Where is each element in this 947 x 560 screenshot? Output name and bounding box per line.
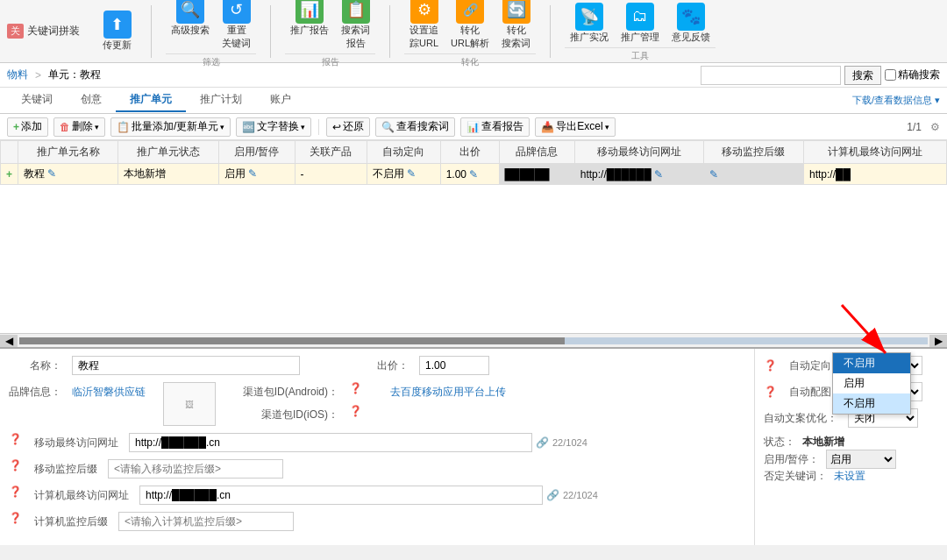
edit-mobile-url-icon[interactable]: ✎ — [654, 168, 663, 181]
dropdown-opt-disabled2[interactable]: 不启用 — [833, 393, 910, 414]
batch-add-button[interactable]: 📋 批量添加/更新单元 ▾ — [110, 117, 231, 137]
hscroll-track[interactable] — [19, 337, 928, 344]
restore-icon: ↩ — [332, 121, 341, 133]
tab-account[interactable]: 账户 — [256, 89, 305, 112]
mobile-url-link-icon[interactable]: 🔗 — [536, 436, 549, 449]
mobile-suffix-input[interactable] — [108, 459, 283, 478]
view-report-button[interactable]: 📊 查看报告 — [460, 117, 530, 137]
mobile-suffix-label: 移动监控后缀 — [34, 459, 97, 478]
search-input[interactable] — [701, 66, 841, 85]
promo-realtime-btn[interactable]: 📡 推广实况 — [565, 1, 614, 46]
add-button[interactable]: + 添加 — [7, 117, 48, 137]
col-name: 推广单元名称 — [18, 141, 118, 164]
restore-button[interactable]: ↩ 还原 — [326, 117, 370, 137]
arrow-svg — [833, 296, 903, 366]
mobile-url-help-icon[interactable]: ❓ — [9, 433, 22, 445]
mobile-suffix-help-icon[interactable]: ❓ — [9, 459, 22, 471]
upload-to-baidu[interactable]: 去百度移动应用平台上传 — [390, 382, 506, 401]
tab-promo-unit[interactable]: 推广单元 — [116, 89, 186, 112]
tab-keyword[interactable]: 关键词 — [7, 89, 67, 112]
download-link[interactable]: 下载/查看数据信息 ▾ — [852, 94, 940, 107]
convert-search-icon: 🔄 — [502, 0, 530, 24]
search-button[interactable]: 搜索 — [844, 66, 881, 85]
convert-url-btn[interactable]: 🔗 转化URL解析 — [445, 0, 495, 52]
edit-bid-icon[interactable]: ✎ — [469, 168, 478, 181]
tab-promo-plan[interactable]: 推广计划 — [186, 89, 256, 112]
col-check — [1, 141, 18, 164]
sep4 — [550, 5, 551, 58]
pc-url-label: 计算机最终访问网址 — [34, 486, 129, 505]
delete-arrow: ▾ — [95, 123, 99, 131]
auto-config-help-icon[interactable]: ❓ — [764, 386, 777, 398]
export-excel-label: 导出Excel — [556, 119, 602, 134]
sep3 — [389, 5, 390, 58]
precise-checkbox-input[interactable] — [885, 69, 896, 81]
col-auto-target: 自动定向 — [367, 141, 440, 164]
channel-android-row: 渠道包ID(Android)： ❓ — [233, 382, 362, 401]
enable-select[interactable]: 启用 暂停 — [826, 450, 896, 469]
hscroll-right[interactable]: ▶ — [929, 335, 947, 347]
view-search-button[interactable]: 🔍 查看搜索词 — [375, 117, 455, 137]
sep2 — [270, 5, 271, 58]
edit-mobile-suffix-icon[interactable]: ✎ — [709, 168, 718, 181]
pc-suffix-input[interactable] — [118, 512, 294, 531]
pc-url-link-icon[interactable]: 🔗 — [546, 489, 559, 501]
set-trace-url-btn[interactable]: ⚙ 设置追踪URL — [404, 0, 444, 52]
feedback-btn[interactable]: 🐾 意见反馈 — [666, 1, 716, 46]
enable-row: 启用/暂停： 启用 暂停 — [764, 450, 938, 469]
export-excel-button[interactable]: 📥 导出Excel ▾ — [535, 117, 615, 137]
hscroll-left[interactable]: ◀ — [0, 335, 18, 347]
dropdown-opt-enabled[interactable]: 启用 — [833, 373, 910, 393]
mobile-url-count: 22/1024 — [552, 437, 587, 448]
edit-name-icon[interactable]: ✎ — [47, 167, 56, 180]
tools-group-label: 工具 — [565, 47, 716, 62]
breadcrumb-sep: > — [35, 69, 41, 82]
toolbar-group-report: 📊 推广报告 📋 搜索词报告 报告 — [285, 0, 375, 68]
hscroll-bar[interactable]: ◀ ▶ — [0, 333, 947, 347]
name-input[interactable] — [72, 356, 300, 375]
bottom-area: 名称： 出价： 品牌信息： 临沂智磐供应链 🖼 渠道包ID(Android)： … — [0, 347, 947, 545]
table-row[interactable]: + 教程 ✎ 本地新增 启用 ✎ - 不启用 ✎ 1.00 ✎ ██ — [1, 164, 947, 185]
batch-add-icon: 📋 — [117, 121, 130, 133]
add-icon: + — [13, 121, 19, 133]
pc-suffix-help-icon[interactable]: ❓ — [9, 512, 22, 524]
pc-url-input[interactable] — [139, 486, 543, 505]
advanced-search-btn[interactable]: 🔍 高级搜索 — [166, 0, 215, 52]
upload-btn[interactable]: ⬆ 传更新 — [97, 9, 137, 53]
tab-creative[interactable]: 创意 — [67, 89, 116, 112]
advanced-search-icon: 🔍 — [176, 0, 204, 24]
promo-realtime-icon: 📡 — [575, 3, 603, 31]
bid-label: 出价： — [356, 356, 409, 375]
reset-keyword-btn[interactable]: ↺ 重置关键词 — [217, 0, 256, 52]
precise-search-checkbox[interactable]: 精确搜索 — [885, 67, 940, 82]
sep1 — [151, 5, 152, 58]
pc-suffix-label: 计算机监控后缀 — [34, 512, 108, 531]
text-replace-button[interactable]: 🔤 文字替换 ▾ — [236, 117, 311, 137]
restore-label: 还原 — [343, 119, 364, 134]
row-bid: 1.00 ✎ — [440, 164, 499, 185]
pc-url-help-icon[interactable]: ❓ — [9, 486, 22, 498]
mobile-suffix-row: ❓ 移动监控后缀 — [9, 459, 745, 478]
detail-right: ❓ 自动定向： 不启用 启用 ❓ 自动配图： 不启用 启用 自动文案优化： — [754, 349, 947, 545]
channel-android-help[interactable]: ❓ — [349, 382, 362, 394]
search-report-btn[interactable]: 📋 搜索词报告 — [336, 0, 375, 52]
delete-button[interactable]: 🗑 删除 ▾ — [53, 117, 105, 137]
delete-icon: 🗑 — [60, 121, 70, 133]
auto-target-help-icon[interactable]: ❓ — [764, 359, 777, 372]
edit-auto-target-icon[interactable]: ✎ — [407, 167, 416, 180]
promo-manage-btn[interactable]: 🗂 推广管理 — [616, 1, 665, 46]
hscroll-thumb[interactable] — [19, 337, 565, 344]
mobile-url-input[interactable] — [129, 433, 532, 452]
report-group-label: 报告 — [285, 53, 375, 68]
settings-gear-icon[interactable]: ⚙ — [930, 121, 940, 133]
mobile-url-label: 移动最终访问网址 — [34, 433, 118, 452]
edit-enable-icon[interactable]: ✎ — [248, 167, 257, 180]
promotion-report-btn[interactable]: 📊 推广报告 — [285, 0, 334, 52]
convert-search-btn[interactable]: 🔄 转化搜索词 — [496, 0, 536, 52]
batch-add-label: 批量添加/更新单元 — [132, 119, 218, 134]
page-info: 1/1 — [907, 121, 922, 133]
precise-label: 精确搜索 — [898, 67, 940, 82]
col-bid: 出价 — [440, 141, 499, 164]
bid-input[interactable] — [419, 356, 489, 375]
channel-ios-help[interactable]: ❓ — [349, 405, 362, 417]
